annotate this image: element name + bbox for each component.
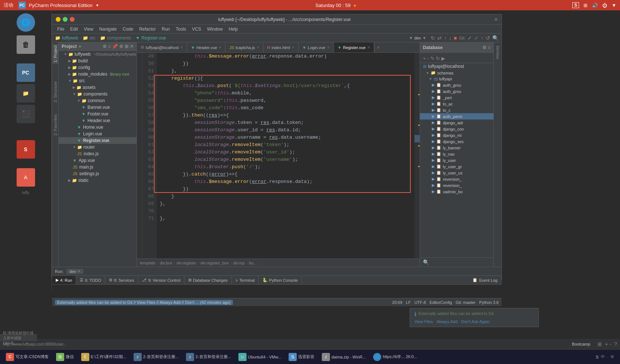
menu-file[interactable]: File [55, 26, 66, 32]
db-sort-icon[interactable]: ≡ [488, 45, 490, 50]
tree-build[interactable]: ▶ 📁 build [59, 58, 137, 64]
maximize-button[interactable] [63, 17, 68, 22]
tab-header-vue[interactable]: ▼ Header.vue ✕ [187, 42, 225, 52]
tab-close-icon3[interactable]: ✕ [256, 45, 259, 49]
menu-edit[interactable]: Edit [68, 26, 80, 32]
tab-close-icon[interactable]: ✕ [180, 45, 183, 49]
taskbar-reg1[interactable]: 2 2-首页和登录注册... [131, 351, 182, 363]
tree-components[interactable]: ▼ 📁 components [59, 91, 137, 97]
terminal-sidebar-icon[interactable]: ⬛ [17, 105, 35, 123]
taskbar-ubuntu[interactable]: U Ubuntu64 - VMw... [235, 351, 285, 363]
git-arrow-icon[interactable]: ↑ [481, 35, 483, 41]
tab-close-icon4[interactable]: ✕ [292, 45, 294, 49]
breadcrumb-src[interactable]: src [90, 35, 96, 41]
minus-icon[interactable]: - [610, 341, 612, 347]
tree-assets[interactable]: ▶ 📁 assets [59, 84, 137, 91]
tabs-more-icon[interactable]: ≡ [374, 42, 382, 52]
always-add-link[interactable]: Always Add [437, 319, 458, 324]
menu-navigate[interactable]: Navigate [97, 26, 119, 32]
branch-selector[interactable]: ▼ dev ▼ [409, 36, 427, 40]
activities-label[interactable]: 活动 [4, 2, 13, 8]
tree-static[interactable]: ▶ 📁 static [59, 177, 137, 184]
db-table-reversion2[interactable]: ▶ 📋 reversion_ [420, 182, 493, 188]
sort-icon[interactable]: ≡ [108, 44, 111, 49]
dont-ask-link[interactable]: Don't Ask Again [461, 319, 490, 324]
breadcrumb-luffyweb[interactable]: luffyweb [62, 35, 78, 41]
db-table-django-adr[interactable]: ▶ 📋 django_adr [420, 119, 493, 126]
menu-tools[interactable]: Tools [173, 26, 188, 32]
db-run-icon[interactable]: ▶ [441, 56, 445, 61]
menu-window[interactable]: Window [205, 26, 225, 32]
db-table-auth-perm[interactable]: ▶ 📋 auth_perm [420, 113, 493, 119]
tree-src[interactable]: ▼ 📁 src [59, 77, 137, 84]
tab-todo[interactable]: ☰ 6: TODO [76, 276, 105, 284]
grid-icon[interactable]: ⊞ [597, 341, 602, 347]
tab-close-icon2[interactable]: ✕ [218, 45, 221, 49]
git-x-icon[interactable]: ✓ [474, 35, 479, 41]
tree-app-vue[interactable]: ▼ App.vue [59, 157, 137, 164]
db-table-to-c[interactable]: ▶ 📋 to_c [420, 107, 493, 113]
tab-event-log[interactable]: 📋 Event Log [469, 276, 502, 284]
taskbar-reg2[interactable]: 2 2-首页和登录注册... [183, 351, 234, 363]
db-table-django-ses[interactable]: ▶ 📋 django_ses [420, 138, 493, 145]
db-table-ly-user-gr[interactable]: ▶ 📋 ly_user_gr [420, 163, 493, 170]
tree-home-vue[interactable]: ▼ Home.vue [59, 124, 137, 131]
sync-icon[interactable]: ⇄ [437, 35, 442, 41]
add-icon[interactable]: + [605, 341, 608, 347]
tab-terminal[interactable]: > Terminal [232, 276, 259, 284]
taskbar-csdn[interactable]: C 写文章-CSDN博客 [3, 351, 52, 363]
db-table-django-mi[interactable]: ▶ 📋 django_mi [420, 132, 493, 138]
pycharm-sidebar-icon[interactable]: PC [17, 63, 35, 82]
db-host[interactable]: ⊞ luffyapi@localhost [420, 63, 493, 70]
help-icon[interactable]: ? [614, 341, 617, 347]
tab-db-changes[interactable]: ⊞ Database Changes [185, 276, 232, 284]
db-table-auth-group[interactable]: ▶ 📋 auth_grou [420, 82, 493, 88]
tree-root[interactable]: ▼ 📁 luffyweb ~/Desktop/luffy/luffyweb [59, 51, 137, 58]
folder-sidebar-icon[interactable]: 📁 [17, 84, 35, 103]
tab-version-control[interactable]: ⎇ 9: Version Control [138, 276, 184, 284]
close-panel-icon[interactable]: ✕ [130, 44, 134, 49]
dev-icon[interactable]: A [17, 168, 35, 187]
tree-node-modules[interactable]: ▶ 📁 node_modules library root [59, 71, 137, 77]
taskbar-wechat[interactable]: 微 微信 [53, 351, 77, 363]
tab-close-icon5[interactable]: ✕ [327, 45, 330, 49]
view-files-link[interactable]: View Files [414, 319, 433, 324]
taskbar-zip[interactable]: Z daima.zip - WinR... [319, 351, 369, 363]
db-refresh-icon[interactable]: ↻ [436, 56, 440, 61]
tree-settings-js[interactable]: JS settings.js [59, 170, 137, 177]
breadcrumb-register[interactable]: Register.vue [141, 35, 166, 41]
db-luffyapi[interactable]: ▼ 🗃 luffyapi [420, 76, 493, 82]
taskbar-browser[interactable]: 🌐 https://b学... 26:0... [370, 351, 420, 363]
git-revert-icon[interactable]: ↺ [486, 35, 490, 41]
tab-tcaptcha[interactable]: JS tcaptcha.js ✕ [225, 42, 263, 52]
tab-login-vue[interactable]: ▼ Login.vue ✕ [299, 42, 334, 52]
db-table-to-ac[interactable]: ▶ 📋 to_ac [420, 101, 493, 107]
tab-register-vue[interactable]: ▼ Register.vue ✕ [334, 42, 374, 52]
down-icon[interactable]: ↓ [449, 35, 451, 41]
tree-register-vue[interactable]: ▼ Register.vue [59, 137, 137, 144]
db-edit-icon[interactable]: ✎ [430, 56, 434, 61]
tab-close-icon6[interactable]: ✕ [367, 45, 370, 49]
menu-refactor[interactable]: Refactor [137, 26, 158, 32]
db-table-django-con[interactable]: ▶ 📋 django_con [420, 126, 493, 132]
dropdown-icon[interactable]: ▼ [96, 3, 99, 7]
taskbar-folder[interactable]: E E:\工作\课件\32期... [78, 351, 129, 363]
tab-index-html[interactable]: H index.html ✕ [264, 42, 299, 52]
db-table-ly-user[interactable]: ▶ 📋 ly_user [420, 157, 493, 163]
gear-icon[interactable]: ⚙ [119, 44, 123, 49]
expand-icon[interactable]: ⊞ [125, 44, 128, 49]
db-schemas[interactable]: ▼ 📁 schemas [420, 70, 493, 76]
menu-code[interactable]: Code [120, 26, 135, 32]
menu-view[interactable]: View [82, 26, 96, 32]
db-table-auth-group2[interactable]: ▶ 📋 auth_grou [420, 88, 493, 94]
up-icon[interactable]: ↑ [444, 35, 447, 41]
db-minus-icon[interactable]: - [427, 56, 429, 61]
menu-help[interactable]: Help [227, 26, 240, 32]
tree-footer-vue[interactable]: ▼ Footer.vue [59, 111, 137, 117]
db-table-ly-nav[interactable]: ▶ 📋 ly_nav [420, 151, 493, 157]
tree-router[interactable]: ▼ 📁 router [59, 144, 137, 150]
settings-icon[interactable]: ⚙ [103, 44, 107, 49]
chrome-icon[interactable]: 🌐 [17, 13, 35, 32]
tab-run[interactable]: ▶ 4: Run [52, 276, 76, 284]
tab-services[interactable]: ⚙ 8: Services [105, 276, 138, 284]
